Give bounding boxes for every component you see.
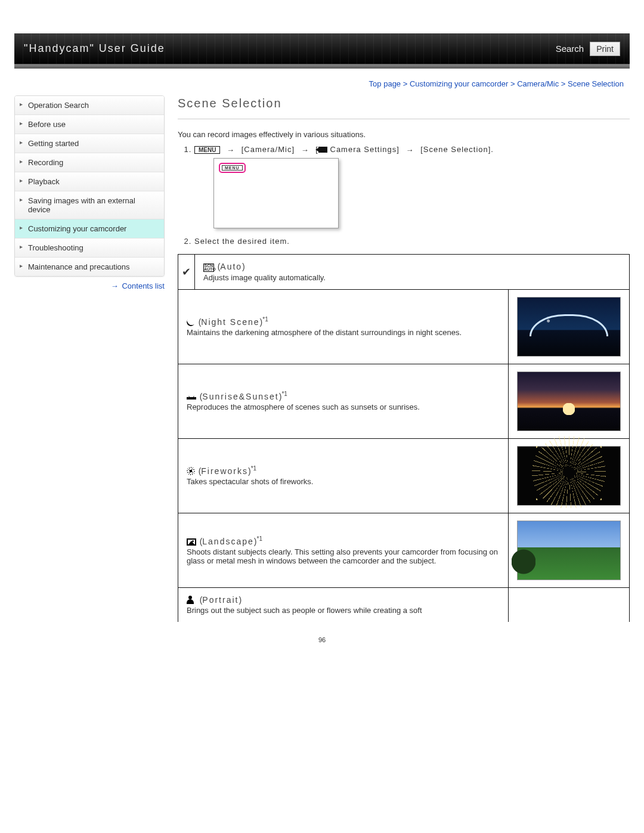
scene-cell-landscape: (Landscape)*1 Shoots distant subjects cl…	[178, 513, 509, 588]
arrow-right-icon: →	[406, 145, 414, 154]
scene-desc: Shoots distant subjects clearly. This se…	[187, 547, 500, 565]
sidebar-item-troubleshooting[interactable]: Troubleshooting	[15, 239, 164, 258]
lcd-screenshot: MENU	[213, 158, 339, 228]
step-1: MENU → [Camera/Mic] → [ Camera Settings]…	[194, 145, 630, 228]
scene-name: Fireworks	[201, 466, 248, 476]
scene-superscript: *1	[251, 466, 256, 472]
table-row: ✔ (Auto) Adjusts image quality automatic…	[178, 255, 630, 290]
table-row: (Fireworks)*1 Takes spectacular shots of…	[178, 439, 630, 513]
sidebar-item-operation-search[interactable]: Operation Search	[15, 96, 164, 115]
scene-name: Portrait	[202, 595, 239, 605]
thumbnail-cell	[509, 290, 630, 364]
page-title: Scene Selection	[178, 97, 630, 110]
sidebar-item-maintenance[interactable]: Maintenance and precautions	[15, 258, 164, 276]
step2-text: Select the desired item.	[194, 237, 290, 246]
thumbnail-cell	[509, 588, 630, 623]
thumbnail-cell	[509, 513, 630, 588]
table-row: (Sunrise&Sunset)*1 Reproduces the atmosp…	[178, 364, 630, 439]
check-icon: ✔	[178, 255, 195, 290]
arrow-right-icon: →	[301, 145, 309, 154]
sidebar-item-label: Playback	[28, 177, 60, 186]
scene-desc: Reproduces the atmosphere of scenes such…	[187, 402, 500, 411]
sidebar-item-label: Recording	[28, 158, 63, 167]
table-row: (Portrait) Brings out the subject such a…	[178, 588, 630, 623]
scene-superscript: *1	[281, 391, 287, 398]
header-underbar	[14, 64, 630, 69]
night-scene-thumbnail	[517, 297, 621, 357]
sidebar-item-getting-started[interactable]: Getting started	[15, 134, 164, 153]
arrow-right-icon: →	[111, 281, 119, 290]
sidebar-item-playback[interactable]: Playback	[15, 172, 164, 191]
contents-list-wrap: → Contents list	[14, 281, 165, 290]
sidebar-item-customizing[interactable]: Customizing your camcorder	[15, 219, 164, 239]
sidebar-item-label: Before use	[28, 120, 66, 129]
scene-desc: Takes spectacular shots of fireworks.	[187, 477, 500, 486]
scene-cell-auto: (Auto) Adjusts image quality automatical…	[195, 255, 630, 290]
breadcrumb[interactable]: Top page > Customizing your camcorder > …	[14, 79, 624, 88]
guide-title: "Handycam" User Guide	[24, 42, 165, 55]
menu-badge-icon: MENU	[194, 146, 220, 154]
moon-icon	[187, 318, 195, 326]
table-row: (Landscape)*1 Shoots distant subjects cl…	[178, 513, 630, 588]
portrait-icon	[187, 596, 196, 604]
sidebar-item-label: Troubleshooting	[28, 243, 83, 252]
sidebar-item-recording[interactable]: Recording	[15, 153, 164, 172]
scene-desc: Maintains the darkening atmosphere of th…	[187, 328, 500, 337]
step1-part3: [Scene Selection].	[420, 145, 494, 154]
scene-name: Auto	[220, 262, 242, 271]
camera-icon	[318, 147, 327, 153]
sidebar-item-label: Customizing your camcorder	[28, 224, 126, 233]
landscape-thumbnail	[517, 521, 621, 580]
step-2: Select the desired item.	[194, 237, 630, 246]
search-link[interactable]: Search	[556, 44, 584, 54]
intro-text: You can record images effectively in var…	[178, 130, 630, 139]
sidebar-item-label: Maintenance and precautions	[28, 262, 130, 271]
menu-highlight: MENU	[219, 163, 246, 173]
scene-cell-portrait: (Portrait) Brings out the subject such a…	[178, 588, 509, 623]
step1-part2: Camera Settings]	[330, 145, 400, 154]
scene-cell-fireworks: (Fireworks)*1 Takes spectacular shots of…	[178, 439, 509, 513]
scene-name: Night Scene	[201, 317, 259, 327]
scene-name: Landscape	[202, 537, 254, 546]
sunset-thumbnail	[517, 371, 621, 431]
sunrise-icon	[187, 392, 196, 401]
title-rule	[178, 119, 630, 119]
scene-desc: Brings out the subject such as people or…	[187, 606, 500, 615]
auto-icon	[203, 264, 214, 272]
landscape-icon	[187, 538, 196, 546]
scene-cell-night: (Night Scene)*1 Maintains the darkening …	[178, 290, 509, 364]
scene-name: Sunrise&Sunset	[202, 392, 278, 401]
steps-list: MENU → [Camera/Mic] → [ Camera Settings]…	[194, 145, 630, 246]
main-content: Scene Selection You can record images ef…	[178, 95, 630, 622]
fireworks-thumbnail	[517, 446, 621, 506]
step1-part1: [Camera/Mic]	[242, 145, 295, 154]
arrow-right-icon: →	[227, 145, 235, 154]
sidebar: Operation Search Before use Getting star…	[14, 95, 165, 622]
sidebar-item-before-use[interactable]: Before use	[15, 115, 164, 134]
scene-selection-table: ✔ (Auto) Adjusts image quality automatic…	[178, 254, 630, 622]
header-bar: "Handycam" User Guide Search Print	[14, 33, 630, 64]
menu-small-label: MENU	[222, 165, 243, 171]
sidebar-item-label: Saving images with an external device	[28, 196, 135, 214]
sidebar-list: Operation Search Before use Getting star…	[14, 95, 165, 277]
fireworks-icon	[187, 467, 195, 475]
thumbnail-cell	[509, 364, 630, 439]
thumbnail-cell	[509, 439, 630, 513]
sidebar-item-saving-images[interactable]: Saving images with an external device	[15, 191, 164, 219]
scene-cell-sunset: (Sunrise&Sunset)*1 Reproduces the atmosp…	[178, 364, 509, 439]
scene-superscript: *1	[262, 317, 268, 323]
page-number: 96	[14, 636, 630, 643]
table-row: (Night Scene)*1 Maintains the darkening …	[178, 290, 630, 364]
scene-desc: Adjusts image quality automatically.	[203, 273, 621, 282]
sidebar-item-label: Getting started	[28, 139, 79, 148]
print-button[interactable]: Print	[590, 42, 620, 56]
scene-superscript: *1	[256, 535, 262, 542]
sidebar-item-label: Operation Search	[28, 101, 89, 110]
contents-list-link[interactable]: Contents list	[122, 281, 165, 290]
